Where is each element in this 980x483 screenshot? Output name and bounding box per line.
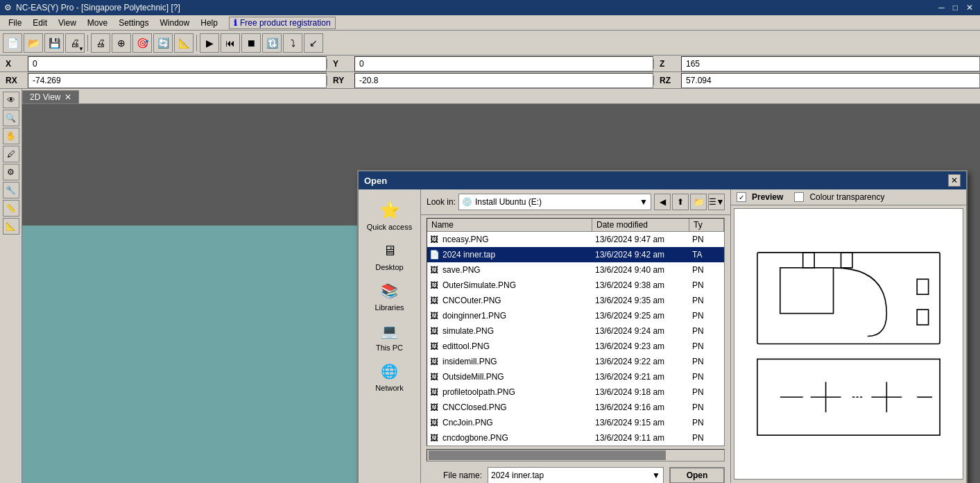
- look-in-dropdown-icon: ▼: [639, 197, 648, 207]
- file-type-10: PN: [689, 387, 724, 398]
- file-type-0: PN: [689, 234, 724, 245]
- file-name-row: File name: 2024 inner.tap ▼ Open: [427, 467, 725, 483]
- file-row-5[interactable]: 🖼 doinginner1.PNG 13/6/2024 9:25 am PN: [427, 308, 724, 323]
- file-type-6: PN: [689, 325, 724, 337]
- file-name-7: edittool.PNG: [441, 341, 592, 352]
- file-date-3: 13/6/2024 9:38 am: [592, 280, 689, 291]
- file-row-13[interactable]: 🖼 cncdogbone.PNG 13/6/2024 9:11 am PN: [427, 430, 724, 446]
- file-date-1: 13/6/2024 9:42 am: [592, 249, 689, 260]
- look-in-drive-icon: 💿: [462, 197, 472, 207]
- file-icon-11: 🖼: [427, 400, 441, 414]
- nav-view-button[interactable]: ☰▼: [708, 194, 725, 210]
- dialog-title-text: Open: [364, 176, 387, 186]
- file-type-12: PN: [689, 417, 724, 428]
- file-name-input[interactable]: 2024 inner.tap ▼: [488, 467, 664, 483]
- file-row-4[interactable]: 🖼 CNCOuter.PNG 13/6/2024 9:35 am PN: [427, 293, 724, 308]
- file-name-12: CncJoin.PNG: [441, 417, 592, 428]
- file-date-11: 13/6/2024 9:16 am: [592, 402, 689, 413]
- file-date-0: 13/6/2024 9:47 am: [592, 234, 689, 245]
- preview-header: ✓ Preview Colour transparency: [731, 189, 966, 205]
- colour-label: Colour transparency: [809, 192, 884, 202]
- file-row-6[interactable]: 🖼 simulate.PNG 13/6/2024 9:24 am PN: [427, 323, 724, 339]
- file-row-3[interactable]: 🖼 OuterSimulate.PNG 13/6/2024 9:38 am PN: [427, 278, 724, 293]
- nav-this-pc-label: This PC: [376, 344, 403, 352]
- file-icon-3: 🖼: [427, 278, 441, 292]
- nav-desktop[interactable]: 🖥 Desktop: [362, 237, 418, 274]
- col-header-type[interactable]: Ty: [689, 219, 724, 231]
- file-date-8: 13/6/2024 9:22 am: [592, 356, 689, 367]
- file-name-4: CNCOuter.PNG: [441, 295, 592, 306]
- colour-checkbox[interactable]: [794, 192, 804, 202]
- quick-access-icon: ⭐: [379, 199, 401, 221]
- nav-libraries[interactable]: 📚 Libraries: [362, 277, 418, 314]
- file-type-2: PN: [689, 264, 724, 276]
- preview-checkbox[interactable]: ✓: [737, 192, 746, 202]
- this-pc-icon: 💻: [379, 320, 401, 342]
- file-date-9: 13/6/2024 9:21 am: [592, 371, 689, 382]
- file-date-6: 13/6/2024 9:24 am: [592, 325, 689, 337]
- file-icon-10: 🖼: [427, 385, 441, 399]
- preview-label: Preview: [752, 192, 783, 202]
- file-row-0[interactable]: 🖼 nceasy.PNG 13/6/2024 9:47 am PN: [427, 232, 724, 247]
- file-name-0: nceasy.PNG: [441, 234, 592, 245]
- file-icon-9: 🖼: [427, 370, 441, 384]
- file-type-13: PN: [689, 432, 724, 443]
- nav-network-label: Network: [375, 384, 403, 392]
- file-type-7: PN: [689, 341, 724, 352]
- look-in-bar: Look in: 💿 Install Ubuntu (E:) ▼ ◀ ⬆ 📁 ☰…: [421, 189, 730, 215]
- file-name-10: profiletoolpath.PNG: [441, 387, 592, 398]
- nav-quick-access-label: Quick access: [367, 223, 412, 231]
- network-icon: 🌐: [379, 360, 401, 382]
- file-icon-6: 🖼: [427, 324, 441, 338]
- dialog-body: ⭐ Quick access 🖥 Desktop 📚 Libraries 💻 T…: [359, 189, 966, 483]
- nav-desktop-label: Desktop: [375, 263, 403, 271]
- file-name-label: File name:: [427, 471, 482, 480]
- file-row-9[interactable]: 🖼 OutsideMill.PNG 13/6/2024 9:21 am PN: [427, 369, 724, 384]
- preview-panel: ✓ Preview Colour transparency: [730, 189, 966, 483]
- file-list[interactable]: Name Date modified Ty 🖼 nceasy.PNG 13/6/…: [427, 218, 725, 446]
- file-row-1[interactable]: 📄 2024 inner.tap 13/6/2024 9:42 am TA: [427, 247, 724, 262]
- preview-image: [734, 208, 963, 480]
- nav-up-button[interactable]: ⬆: [672, 194, 689, 210]
- file-row-7[interactable]: 🖼 edittool.PNG 13/6/2024 9:23 am PN: [427, 339, 724, 354]
- nav-quick-access[interactable]: ⭐ Quick access: [362, 196, 418, 234]
- file-date-13: 13/6/2024 9:11 am: [592, 432, 689, 443]
- open-button[interactable]: Open: [669, 467, 725, 483]
- file-date-10: 13/6/2024 9:18 am: [592, 387, 689, 398]
- open-dialog: Open ✕ ⭐ Quick access 🖥 Desktop 📚 Librar…: [357, 170, 968, 483]
- dialog-overlay: Open ✕ ⭐ Quick access 🖥 Desktop 📚 Librar…: [0, 0, 980, 483]
- file-date-2: 13/6/2024 9:40 am: [592, 264, 689, 276]
- dialog-close-button[interactable]: ✕: [948, 174, 961, 187]
- nav-new-folder-button[interactable]: 📁: [690, 194, 707, 210]
- file-type-3: PN: [689, 280, 724, 291]
- file-date-7: 13/6/2024 9:23 am: [592, 341, 689, 352]
- file-date-4: 13/6/2024 9:35 am: [592, 295, 689, 306]
- file-name-13: cncdogbone.PNG: [441, 432, 592, 443]
- col-header-date[interactable]: Date modified: [592, 219, 689, 231]
- preview-svg: [734, 209, 963, 479]
- file-row-11[interactable]: 🖼 CNCClosed.PNG 13/6/2024 9:16 am PN: [427, 400, 724, 415]
- nav-network[interactable]: 🌐 Network: [362, 357, 418, 395]
- file-row-10[interactable]: 🖼 profiletoolpath.PNG 13/6/2024 9:18 am …: [427, 384, 724, 400]
- nav-libraries-label: Libraries: [375, 303, 404, 312]
- nav-back-button[interactable]: ◀: [654, 194, 671, 210]
- file-rows: 🖼 nceasy.PNG 13/6/2024 9:47 am PN 📄 2024…: [427, 232, 724, 446]
- file-row-2[interactable]: 🖼 save.PNG 13/6/2024 9:40 am PN: [427, 262, 724, 278]
- file-row-8[interactable]: 🖼 insidemill.PNG 13/6/2024 9:22 am PN: [427, 354, 724, 369]
- file-icon-5: 🖼: [427, 309, 441, 323]
- col-header-name[interactable]: Name: [427, 219, 592, 231]
- file-row-12[interactable]: 🖼 CncJoin.PNG 13/6/2024 9:15 am PN: [427, 415, 724, 430]
- dialog-title-bar: Open ✕: [359, 171, 966, 189]
- file-icon-7: 🖼: [427, 339, 441, 353]
- look-in-value: Install Ubuntu (E:): [475, 197, 542, 207]
- file-date-5: 13/6/2024 9:25 am: [592, 310, 689, 321]
- nav-this-pc[interactable]: 💻 This PC: [362, 317, 418, 355]
- libraries-icon: 📚: [379, 280, 401, 302]
- file-name-11: CNCClosed.PNG: [441, 402, 592, 413]
- file-type-11: PN: [689, 402, 724, 413]
- look-in-select[interactable]: 💿 Install Ubuntu (E:) ▼: [458, 194, 651, 210]
- file-icon-8: 🖼: [427, 355, 441, 368]
- file-icon-4: 🖼: [427, 294, 441, 307]
- horizontal-scrollbar[interactable]: [427, 449, 725, 461]
- file-type-8: PN: [689, 356, 724, 367]
